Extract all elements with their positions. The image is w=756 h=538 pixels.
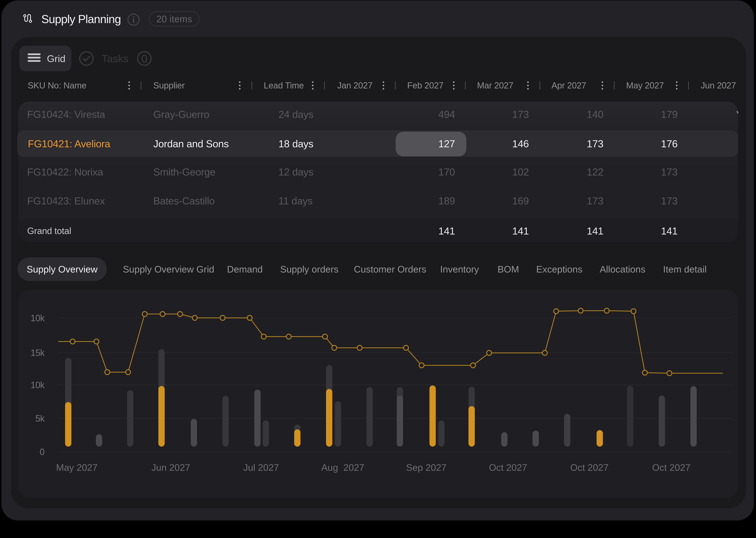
svg-text:0: 0 [141, 52, 148, 65]
svg-text:Aug 2027: Aug 2027 [321, 462, 364, 473]
svg-text:Jun 2027: Jun 2027 [151, 462, 190, 473]
svg-text:Oct 2027: Oct 2027 [652, 462, 690, 473]
svg-text:May 2027: May 2027 [56, 462, 97, 473]
svg-text:Jul 2027: Jul 2027 [243, 462, 279, 473]
svg-text:10k: 10k [31, 313, 45, 323]
svg-text:15k: 15k [31, 348, 45, 358]
svg-text:10k: 10k [31, 380, 45, 390]
svg-text:Oct 2027: Oct 2027 [489, 462, 527, 473]
svg-text:0: 0 [40, 447, 44, 457]
svg-text:Sep 2027: Sep 2027 [406, 462, 447, 473]
svg-text:5k: 5k [35, 413, 45, 423]
svg-text:Oct 2027: Oct 2027 [570, 462, 608, 473]
